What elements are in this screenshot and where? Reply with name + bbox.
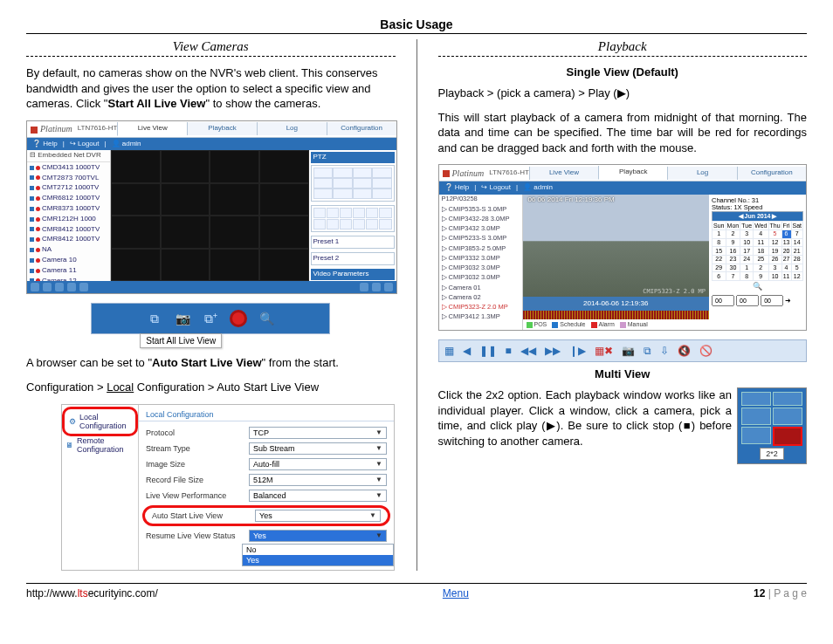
frame-step-icon[interactable]: ❙▶ <box>569 345 586 357</box>
playback-video[interactable]: 06 06 2014 Fri 12:19:36 PM CMIP5323-Z 2.… <box>523 195 710 297</box>
select-live-view-perf[interactable]: Balanced▼ <box>249 490 387 502</box>
divider <box>438 56 808 57</box>
paragraph-intro: By default, no cameras show on the NVR's… <box>26 65 396 112</box>
ptz-title: PTZ <box>311 152 395 163</box>
start-all-live-view-icon[interactable]: ⧉ <box>145 309 164 328</box>
tab-log[interactable]: Log <box>257 122 327 135</box>
stop-icon[interactable]: ■ <box>506 345 512 357</box>
playback-toolbar: ▦ ◀ ❚❚ ■ ◀◀ ▶▶ ❙▶ ▦✖ 📷 ⧉ ⇩ 🔇 🚫 <box>438 339 808 362</box>
tab-configuration[interactable]: Configuration <box>737 167 806 180</box>
sidebar-item-remote-config[interactable]: 🖥Remote Configuration <box>64 435 136 456</box>
tab-live-view[interactable]: Live View <box>529 167 598 180</box>
snapshot-icon[interactable]: 📷 <box>173 309 192 328</box>
time-input[interactable]: ➜ <box>712 295 803 306</box>
select-resume-status[interactable]: Yes▼ <box>249 530 387 542</box>
screenshot-start-all-tooltip: ⧉ 📷 ⧉⁺ 🔍 Start All Live View <box>91 303 330 334</box>
search-icon[interactable]: 🔍 <box>712 283 803 291</box>
play-reverse-icon[interactable]: ◀ <box>463 345 471 357</box>
preset-2[interactable]: Preset 2 <box>311 252 395 265</box>
heading-playback: Playback <box>438 39 808 54</box>
heading-view-cameras: View Cameras <box>26 39 396 54</box>
page-number: 12 | P a g e <box>754 587 807 599</box>
calendar[interactable]: ◀ Jun 2014 ▶ SunMonTueWedThuFriSat 12345… <box>712 211 803 281</box>
page-title: Basic Usage <box>26 17 807 34</box>
user-admin[interactable]: 👤 admin <box>523 184 553 192</box>
tab-configuration[interactable]: Configuration <box>327 122 396 135</box>
help-link[interactable]: ❔ Help <box>32 140 58 148</box>
step-fwd-icon[interactable]: ▶▶ <box>545 345 561 357</box>
config-sidebar[interactable]: ⚙Local Configuration 🖥Remote Configurati… <box>62 405 139 570</box>
divider <box>26 56 396 57</box>
column-view-cameras: View Cameras By default, no cameras show… <box>26 39 396 571</box>
playback-timebar[interactable]: 2014-06-06 12:19:36 <box>523 297 710 311</box>
model-label: LTN7616-HT <box>78 125 118 133</box>
tab-live-view[interactable]: Live View <box>117 122 187 136</box>
select-protocol[interactable]: TCP▼ <box>249 427 387 439</box>
option-no[interactable]: No <box>243 545 393 555</box>
config-title: Local Configuration <box>139 408 394 421</box>
grid-layout-icon[interactable]: ▦ <box>444 345 454 357</box>
subheading-multi-view: Multi View <box>438 367 808 380</box>
playback-camera-list[interactable]: P12P/03258 ▷ CMIP5353-S 3.0MP ▷ CMIP3432… <box>439 195 523 330</box>
logo-platinum: Platinum <box>27 124 76 134</box>
tooltip-start-all: Start All Live View <box>140 333 222 348</box>
select-record-file-size[interactable]: 512M▼ <box>249 474 387 486</box>
paragraph-config-path: Configuration > Local Configuration > Au… <box>26 380 396 395</box>
footer-menu-link[interactable]: Menu <box>443 587 469 599</box>
screenshot-live-view: Platinum LTN7616-HT Live View Playback L… <box>26 120 397 295</box>
user-admin[interactable]: 👤 admin <box>112 140 141 148</box>
column-divider <box>416 39 417 571</box>
mute-icon[interactable]: 🔇 <box>678 345 691 357</box>
multi-snapshot-icon[interactable]: ⧉⁺ <box>201 309 220 328</box>
footer-url[interactable]: http://www.ltsecurityinc.com/ <box>26 587 158 599</box>
help-link[interactable]: ❔ Help <box>444 184 470 192</box>
option-yes[interactable]: Yes <box>243 555 393 565</box>
video-params[interactable]: Video Parameters <box>311 269 395 280</box>
paragraph-playback-path: Playback > (pick a camera) > Play (▶) <box>438 86 808 101</box>
record-icon[interactable] <box>229 309 248 328</box>
pause-icon[interactable]: ❚❚ <box>479 345 497 357</box>
video-timestamp: 06 06 2014 Fri 12:19:36 PM <box>528 196 615 204</box>
download-icon[interactable]: ⇩ <box>660 345 669 357</box>
select-auto-start-live-view[interactable]: Yes▼ <box>255 510 381 522</box>
status-speed: Status: 1X Speed <box>712 204 803 211</box>
clip-icon[interactable]: ▦✖ <box>595 345 613 357</box>
page-footer: http://www.ltsecurityinc.com/ Menu 12 | … <box>26 583 807 599</box>
ptz-panel: PTZ Preset 1 Preset 2 Video Parameters <box>309 150 396 281</box>
live-view-toolbar[interactable] <box>27 281 396 293</box>
multi-snapshot-icon[interactable]: ⧉ <box>644 345 651 357</box>
delete-icon[interactable]: 🚫 <box>699 345 713 357</box>
live-view-grid[interactable] <box>111 150 309 281</box>
screenshot-local-config: ⚙Local Configuration 🖥Remote Configurati… <box>61 404 395 571</box>
zoom-icon[interactable]: 🔍 <box>257 309 276 328</box>
playback-recording-bar[interactable] <box>523 311 710 319</box>
dropdown-auto-start-open[interactable]: No Yes <box>242 544 394 566</box>
screenshot-2x2-option: 2*2 <box>737 387 807 464</box>
step-back-icon[interactable]: ◀◀ <box>520 345 536 357</box>
tree-root[interactable]: ⊟ Embedded Net DVR <box>27 150 110 162</box>
select-stream-type[interactable]: Sub Stream▼ <box>249 442 387 455</box>
paragraph-playback-desc: This will start playback of a camera fro… <box>438 110 808 156</box>
sidebar-item-local-config[interactable]: ⚙Local Configuration <box>67 411 133 432</box>
tab-playback[interactable]: Playback <box>187 122 257 135</box>
model-label: LTN7616-HT <box>489 169 529 177</box>
video-watermark: CMIP5323-Z 2.0 MP <box>643 289 706 296</box>
screenshot-playback: Platinum LTN7616-HT Live View Playback L… <box>438 164 808 331</box>
logout-link[interactable]: ↪ Logout <box>70 140 100 148</box>
grid-2x2-label[interactable]: 2*2 <box>760 448 784 460</box>
tab-playback[interactable]: Playback <box>598 166 667 180</box>
tab-log[interactable]: Log <box>667 167 736 180</box>
subheading-single-view: Single View (Default) <box>438 65 808 79</box>
logo-platinum: Platinum <box>439 168 488 178</box>
camera-tree[interactable]: ⊟ Embedded Net DVR CMD3413 1000TV CMT287… <box>27 150 111 281</box>
select-image-size[interactable]: Auto-fill▼ <box>249 458 387 470</box>
snapshot-icon[interactable]: 📷 <box>622 345 635 357</box>
playback-legend: POS Schedule Alarm Manual <box>523 319 710 330</box>
column-playback: Playback Single View (Default) Playback … <box>438 39 808 571</box>
paragraph-autostart: A browser can be set to "Auto Start Live… <box>26 355 396 371</box>
preset-1[interactable]: Preset 1 <box>311 236 395 249</box>
logout-link[interactable]: ↪ Logout <box>481 184 511 192</box>
